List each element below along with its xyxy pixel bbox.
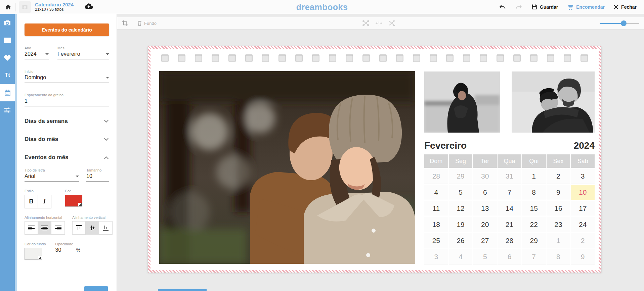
section-monthdays[interactable]: Dias do mês: [25, 136, 109, 143]
grid-spacing-label: Espaçamento da grelha: [25, 93, 109, 97]
day-cell[interactable]: 20: [473, 217, 497, 232]
day-cell[interactable]: 15: [522, 201, 546, 216]
day-cell[interactable]: 24: [571, 217, 595, 232]
day-cell[interactable]: 29: [522, 233, 546, 248]
align-bottom-button[interactable]: [99, 221, 113, 235]
align-right-button[interactable]: [51, 221, 65, 235]
day-cell[interactable]: 14: [498, 201, 521, 216]
align-center-button[interactable]: [38, 221, 51, 235]
day-cell[interactable]: 13: [473, 201, 497, 216]
remove-background-button[interactable]: Fundo: [137, 20, 157, 26]
align-middle-button[interactable]: [86, 221, 99, 235]
day-cell[interactable]: 19: [449, 217, 473, 232]
apply-button[interactable]: [84, 286, 108, 291]
flip-horizontal-button[interactable]: [375, 20, 383, 26]
text-color-swatch[interactable]: [65, 195, 82, 207]
font-family-select[interactable]: Tipo de letra Arial: [25, 168, 79, 182]
day-cell[interactable]: 4: [424, 185, 448, 200]
weekday-cell: Qua: [498, 154, 521, 168]
redo-button[interactable]: [515, 4, 522, 10]
zoom-slider[interactable]: [600, 23, 639, 24]
day-cell[interactable]: 30: [473, 169, 497, 184]
day-cell[interactable]: 5: [473, 249, 497, 264]
day-cell[interactable]: 5: [449, 185, 473, 200]
align-top-button[interactable]: [72, 221, 86, 235]
rail-item-camera[interactable]: [0, 14, 15, 32]
crop-button[interactable]: [122, 20, 128, 27]
day-cell[interactable]: 28: [424, 169, 448, 184]
rail-item-adjustments[interactable]: [0, 101, 15, 119]
day-cell[interactable]: 18: [424, 217, 448, 232]
day-cell[interactable]: 25: [424, 233, 448, 248]
close-button[interactable]: Fechar: [613, 4, 637, 10]
day-cell[interactable]: 29: [449, 169, 473, 184]
day-cell[interactable]: 6: [498, 249, 521, 264]
day-cell[interactable]: 3: [424, 249, 448, 264]
undo-icon: [499, 4, 506, 10]
calendar-events-button[interactable]: Eventos do calendário: [25, 23, 109, 36]
day-cell[interactable]: 28: [498, 233, 521, 248]
day-cell-highlighted[interactable]: 10: [571, 185, 595, 200]
rail-item-calendar[interactable]: [0, 84, 15, 101]
rail-item-favorites[interactable]: [0, 49, 15, 66]
opacity-input[interactable]: Opacidade 30 %: [55, 242, 84, 260]
weekday-cell: Seg: [449, 154, 473, 168]
home-button[interactable]: [5, 4, 12, 10]
day-cell[interactable]: 27: [473, 233, 497, 248]
day-cell[interactable]: 8: [522, 185, 546, 200]
day-cell[interactable]: 17: [571, 201, 595, 216]
bold-toggle[interactable]: B: [25, 195, 38, 208]
zoom-slider-thumb[interactable]: [621, 20, 627, 26]
year-select[interactable]: Ano 2024: [25, 46, 49, 59]
rail-item-text[interactable]: Tt: [0, 66, 15, 84]
undo-button[interactable]: [499, 4, 506, 10]
panel-scrollbar[interactable]: [15, 14, 17, 291]
day-cell[interactable]: 7: [498, 185, 521, 200]
calendar-page[interactable]: Fevereiro 2024 DomSegTerQuaQuiSexSáb 282…: [148, 46, 601, 273]
day-cell[interactable]: 8: [547, 249, 570, 264]
day-cell[interactable]: 4: [449, 249, 473, 264]
font-size-input[interactable]: Tamanho 10: [86, 168, 109, 182]
small-photo-2[interactable]: [512, 71, 595, 133]
grid-spacing-input[interactable]: Espaçamento da grelha 1: [25, 93, 109, 106]
day-cell[interactable]: 9: [571, 249, 595, 264]
main-photo[interactable]: [159, 71, 415, 264]
small-photo-1[interactable]: [424, 71, 500, 133]
week-start-select[interactable]: Início Domingo: [25, 69, 109, 83]
section-weekdays[interactable]: Dias da semana: [25, 118, 109, 125]
project-thumbnail[interactable]: [19, 1, 31, 13]
day-cell[interactable]: 12: [449, 201, 473, 216]
month-select[interactable]: Mês Fevereiro: [57, 46, 109, 59]
day-cell[interactable]: 23: [547, 217, 570, 232]
day-cell[interactable]: 6: [473, 185, 497, 200]
day-cell[interactable]: 31: [498, 169, 521, 184]
zoom-slider-fill: [600, 23, 624, 24]
day-cell[interactable]: 7: [522, 249, 546, 264]
day-cell[interactable]: 26: [449, 233, 473, 248]
day-cell[interactable]: 3: [571, 169, 595, 184]
day-cell[interactable]: 2: [571, 233, 595, 248]
day-cell[interactable]: 11: [424, 201, 448, 216]
day-cell[interactable]: 22: [522, 217, 546, 232]
italic-toggle[interactable]: I: [38, 195, 51, 208]
section-month-events[interactable]: Eventos do mês: [25, 154, 109, 161]
day-cell[interactable]: 21: [498, 217, 521, 232]
shuffle-button[interactable]: [389, 20, 395, 26]
align-left-button[interactable]: [25, 221, 38, 235]
top-bar: Calendário 2024 21x10 / 36 fotos dreambo…: [0, 0, 644, 14]
font-size-value: 10: [86, 173, 92, 179]
divider: [15, 3, 15, 11]
order-button[interactable]: Encomendar: [567, 4, 605, 10]
section-weekdays-title: Dias da semana: [25, 118, 68, 125]
rail-item-photos[interactable]: [0, 32, 15, 49]
swap-photos-button[interactable]: [362, 20, 369, 26]
save-button[interactable]: Guardar: [531, 4, 558, 10]
background-color-swatch[interactable]: [25, 248, 42, 260]
day-cell[interactable]: 16: [547, 201, 570, 216]
day-cell[interactable]: 1: [522, 169, 546, 184]
day-cell[interactable]: 9: [547, 185, 570, 200]
day-cell[interactable]: 1: [547, 233, 570, 248]
chevron-down-icon: [45, 53, 49, 55]
day-cell[interactable]: 2: [547, 169, 570, 184]
bottom-blue-bar[interactable]: [158, 289, 207, 291]
